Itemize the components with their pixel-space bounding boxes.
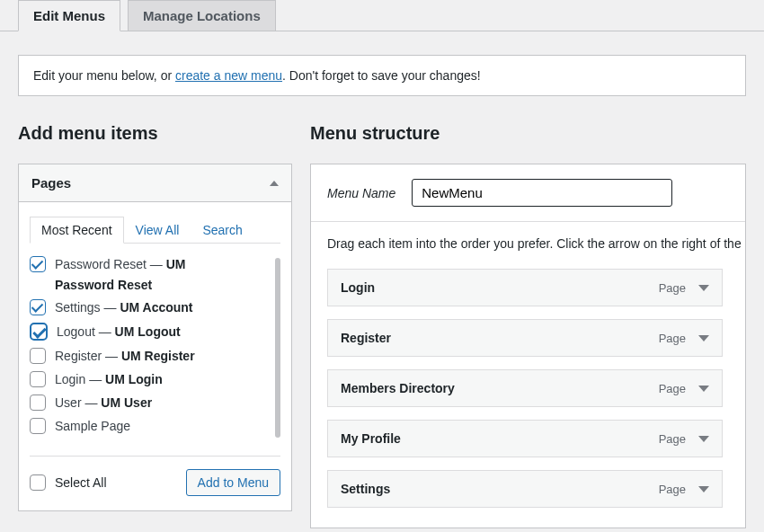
menu-item-type: Page (659, 332, 686, 345)
page-checkbox[interactable] (30, 348, 46, 364)
chevron-up-icon (270, 181, 279, 186)
page-item[interactable]: Logout — UM Logout (30, 319, 273, 344)
menu-item[interactable]: RegisterPage (327, 319, 723, 357)
select-all[interactable]: Select All (30, 474, 107, 491)
menu-edit-panel: Menu Name Drag each item into the order … (310, 164, 746, 528)
menu-item-name: Register (341, 331, 391, 345)
menu-item-type: Page (659, 483, 686, 496)
select-all-checkbox[interactable] (30, 474, 46, 491)
add-menu-items-heading: Add menu items (18, 123, 292, 144)
page-label: Login — UM Login (55, 372, 163, 386)
tab-most-recent[interactable]: Most Recent (30, 217, 124, 244)
menu-item-type: Page (659, 382, 686, 395)
page-checkbox[interactable] (30, 323, 48, 341)
menu-item-name: Members Directory (341, 381, 455, 395)
drag-instructions: Drag each item into the order you prefer… (327, 236, 745, 251)
tab-edit-menus[interactable]: Edit Menus (18, 0, 120, 31)
menu-item-type: Page (659, 432, 686, 446)
chevron-down-icon[interactable] (698, 386, 709, 392)
menu-items-list: LoginPageRegisterPageMembers DirectoryPa… (327, 269, 745, 508)
menu-item-name: My Profile (341, 431, 401, 446)
page-checkbox[interactable] (30, 371, 46, 387)
tab-search[interactable]: Search (191, 217, 253, 244)
page-label: Password Reset — UM (55, 257, 186, 271)
page-label: Sample Page (55, 419, 130, 433)
page-checkbox[interactable] (30, 395, 46, 411)
add-to-menu-button[interactable]: Add to Menu (186, 469, 280, 496)
page-item[interactable]: Register — UM Register (30, 344, 273, 368)
menu-item[interactable]: My ProfilePage (327, 420, 723, 457)
menu-name-label: Menu Name (327, 186, 395, 200)
page-label: Register — UM Register (55, 349, 195, 363)
create-new-menu-link[interactable]: create a new menu (175, 68, 282, 83)
nav-tab-wrapper: Edit Menus Manage Locations (0, 0, 764, 31)
pages-inner-tabs: Most Recent View All Search (30, 217, 280, 244)
menu-structure-heading: Menu structure (310, 123, 746, 144)
chevron-down-icon[interactable] (698, 436, 709, 442)
page-checkbox[interactable] (30, 299, 46, 315)
menu-item-name: Settings (341, 482, 390, 496)
page-item[interactable]: Settings — UM Account (30, 296, 273, 319)
manage-menus-notice: Edit your menu below, or create a new me… (18, 55, 746, 96)
page-item[interactable]: Sample Page (30, 414, 273, 438)
page-label: Logout — UM Logout (57, 324, 181, 339)
pages-accordion-header[interactable]: Pages (19, 164, 291, 202)
chevron-down-icon[interactable] (698, 335, 709, 341)
pages-accordion: Pages Most Recent View All Search Passwo… (18, 164, 292, 511)
menu-item[interactable]: LoginPage (327, 269, 723, 306)
page-checkbox[interactable] (30, 256, 46, 272)
menu-name-input[interactable] (412, 179, 672, 207)
tab-manage-locations[interactable]: Manage Locations (128, 0, 276, 31)
pages-check-list: Password Reset — UMPassword ResetSetting… (30, 253, 273, 438)
page-item[interactable]: Password Reset — UM (30, 253, 273, 276)
chevron-down-icon[interactable] (698, 486, 709, 492)
scrollbar[interactable] (275, 258, 280, 438)
menu-item[interactable]: Members DirectoryPage (327, 369, 723, 407)
page-checkbox[interactable] (30, 418, 46, 434)
page-sublabel: Password Reset (30, 276, 273, 296)
page-label: Settings — UM Account (55, 300, 193, 315)
chevron-down-icon[interactable] (698, 285, 709, 291)
menu-item[interactable]: SettingsPage (327, 470, 723, 508)
tab-view-all[interactable]: View All (124, 217, 191, 244)
menu-item-name: Login (341, 280, 375, 295)
page-item[interactable]: Login — UM Login (30, 368, 273, 391)
menu-item-type: Page (659, 281, 686, 295)
page-label: User — UM User (55, 395, 152, 410)
page-item[interactable]: User — UM User (30, 391, 273, 414)
